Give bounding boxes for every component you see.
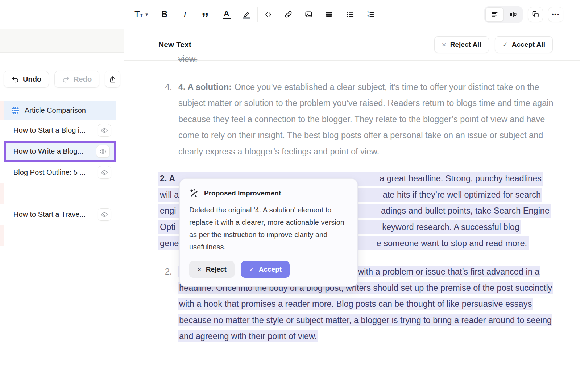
list-marker: 2. xyxy=(158,264,178,344)
code-button[interactable] xyxy=(264,7,273,22)
toolbar-divider xyxy=(340,7,340,22)
sidebar-item-blog-post-outline[interactable]: Blog Post Outline: 5 ... xyxy=(0,162,124,183)
accept-button[interactable]: ✓ Accept xyxy=(241,261,290,278)
row-sliver xyxy=(0,225,4,246)
toolbar-divider xyxy=(154,7,154,22)
sidebar: Undo Redo xyxy=(0,0,124,392)
row-sliver xyxy=(0,183,4,204)
magic-wand-icon xyxy=(189,188,199,198)
deleted-item-text: Once you’ve established a clear subject,… xyxy=(178,82,554,156)
svg-text:1: 1 xyxy=(367,11,369,14)
sidebar-item-how-to-start-a-travel-blog[interactable]: How to Start a Trave... xyxy=(0,204,124,225)
preview-eye-button[interactable] xyxy=(98,208,111,221)
toolbar-divider xyxy=(216,7,216,22)
row-sliver xyxy=(0,141,4,162)
accept-all-button[interactable]: ✓ Accept All xyxy=(495,36,553,53)
document-list-header[interactable]: Article Comparison xyxy=(0,101,124,120)
text-style-button[interactable]: TT ▾ xyxy=(134,7,148,22)
undo-icon xyxy=(11,75,19,83)
deleted-list-item: 4. 4. A solution:Once you’ve established… xyxy=(158,79,580,160)
bullet-list-button[interactable] xyxy=(346,7,355,22)
app-root: Undo Redo xyxy=(0,0,580,392)
reject-button[interactable]: × Reject xyxy=(189,261,235,278)
globe-icon xyxy=(11,106,20,115)
popup-description: Deleted the original '4. A solution' ele… xyxy=(189,204,348,253)
close-icon: × xyxy=(197,265,202,274)
format-toolbar: TT ▾ B I ” A xyxy=(124,0,580,29)
document-list: Article Comparison How to Start a Blog i… xyxy=(0,101,124,246)
check-icon: ✓ xyxy=(502,41,508,49)
preview-eye-button[interactable] xyxy=(98,124,111,137)
row-sliver xyxy=(0,204,4,225)
sidebar-band xyxy=(0,29,124,53)
undo-button[interactable]: Undo xyxy=(4,71,49,88)
preview-eye-button[interactable] xyxy=(98,166,111,179)
deleted-text-fragment: view. xyxy=(178,51,197,67)
redo-button[interactable]: Redo xyxy=(54,71,99,88)
numbered-list-button[interactable]: 1 2 xyxy=(366,7,376,22)
popup-title: Proposed Improvement xyxy=(204,189,281,197)
sidebar-item-empty[interactable] xyxy=(0,225,124,246)
proposed-improvement-popup: Proposed Improvement Deleted the origina… xyxy=(179,178,358,287)
italic-button[interactable]: I xyxy=(180,7,190,22)
list-marker: 4. xyxy=(158,79,178,160)
close-icon: × xyxy=(442,40,446,49)
svg-text:2: 2 xyxy=(367,15,369,18)
toolbar-divider xyxy=(257,7,258,22)
view-mode-toggle xyxy=(484,6,523,23)
sidebar-top-spacer xyxy=(0,0,124,29)
redo-icon xyxy=(62,75,70,83)
chevron-down-icon: ▾ xyxy=(145,12,148,17)
preview-eye-button[interactable] xyxy=(96,145,110,158)
row-sliver xyxy=(0,162,4,183)
bold-button[interactable]: B xyxy=(160,7,169,22)
reject-all-button[interactable]: × Reject All xyxy=(434,36,489,53)
sidebar-item-how-to-start-a-blog[interactable]: How to Start a Blog i... xyxy=(0,120,124,141)
highlight-button[interactable] xyxy=(242,7,252,22)
row-sliver xyxy=(0,101,4,120)
sidebar-item-how-to-write-a-blog[interactable]: How to Write a Blog... xyxy=(0,141,124,162)
share-icon xyxy=(109,75,117,83)
redo-label: Redo xyxy=(74,75,92,83)
text-color-button[interactable]: A xyxy=(222,7,231,22)
link-button[interactable] xyxy=(284,7,293,22)
document-list-title: Article Comparison xyxy=(25,106,86,115)
document-view-option[interactable] xyxy=(485,7,504,22)
page-title: New Text xyxy=(158,40,191,49)
more-options-button[interactable]: ••• xyxy=(548,7,563,22)
table-button[interactable] xyxy=(324,7,334,22)
compare-view-option[interactable] xyxy=(504,7,522,22)
editor-main: TT ▾ B I ” A xyxy=(124,0,580,392)
export-button[interactable] xyxy=(105,71,120,88)
row-sliver xyxy=(0,120,4,141)
image-button[interactable] xyxy=(304,7,314,22)
sidebar-actions: Undo Redo xyxy=(0,71,124,88)
blockquote-button[interactable]: ” xyxy=(200,7,210,22)
ellipsis-icon: ••• xyxy=(552,11,560,17)
copy-button[interactable] xyxy=(528,7,543,22)
sidebar-item-empty[interactable] xyxy=(0,183,124,204)
undo-label: Undo xyxy=(23,75,41,83)
check-icon: ✓ xyxy=(249,265,254,273)
deleted-item-lead: 4. A solution: xyxy=(178,82,232,92)
